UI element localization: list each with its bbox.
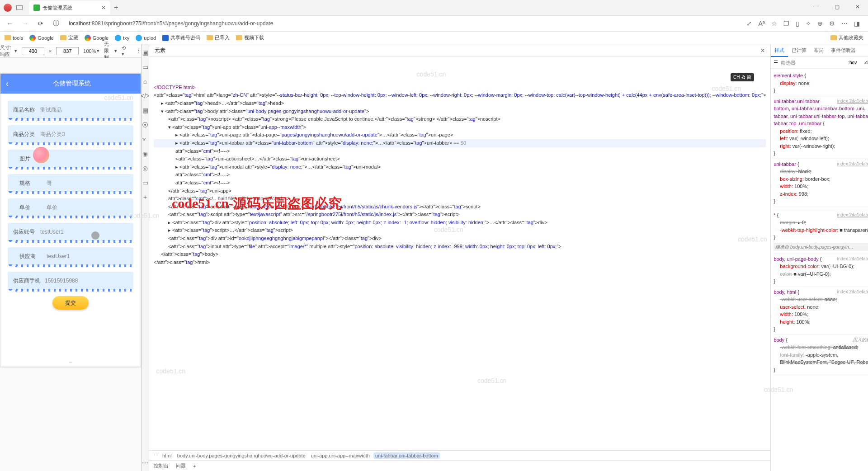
device-toggle-icon[interactable]: ▭ xyxy=(142,63,149,71)
bookmark-share[interactable]: 共享账号密码 xyxy=(162,34,200,41)
reader-icon[interactable]: ⤢ xyxy=(746,20,752,27)
sidebar-icon[interactable]: ◨ xyxy=(854,20,860,27)
bookmark-google[interactable]: Google xyxy=(29,35,53,41)
profile-avatar-icon[interactable] xyxy=(4,4,12,12)
performance-icon[interactable]: ᯤ xyxy=(142,136,149,143)
zoom-select[interactable]: 100% ▾ xyxy=(83,48,99,54)
memory-icon[interactable]: ◉ xyxy=(142,150,149,157)
bookmark-uplod[interactable]: uplod xyxy=(136,35,156,41)
field-image[interactable]: 图片 xyxy=(8,150,133,168)
elements-panel: 元素 ✕ code51.cn-源码乐园盗图必究 <!DOCTYPE html><… xyxy=(149,44,770,471)
drawer-tabs: 控制台 问题 + xyxy=(149,460,770,471)
filter-icon: ☰ xyxy=(774,60,778,66)
refresh-button[interactable]: ⟳ xyxy=(35,18,46,29)
url-bar: ← → ⟳ ⓘ localhost:8081/springbootr275i/f… xyxy=(0,16,868,32)
field-price[interactable]: 单价 xyxy=(8,198,133,217)
elements-tab-label[interactable]: 元素 xyxy=(155,47,165,54)
inspect-icon[interactable]: ▣ xyxy=(142,49,149,56)
bookmark-baozang[interactable]: 宝藏 xyxy=(60,34,78,41)
cls-toggle[interactable]: .cls xyxy=(862,59,868,66)
collections-icon[interactable]: ▯ xyxy=(796,20,799,27)
close-window-button[interactable]: ✕ xyxy=(847,0,868,14)
bookmarks-bar: tools Google 宝藏 Google txy uplod 共享账号密码 … xyxy=(0,32,868,44)
menu-icon[interactable]: ⋯ xyxy=(841,20,848,27)
add-drawer-tab[interactable]: + xyxy=(193,463,196,469)
console-icon[interactable]: </> xyxy=(142,92,149,99)
styles-body[interactable]: element.style {display: none;}index.2da1… xyxy=(771,69,868,471)
field-account[interactable]: 供应账号 testUser1 xyxy=(8,223,133,241)
crumb-item[interactable]: body.uni-body.pages-gongyingshanghuowu-a… xyxy=(175,452,307,459)
width-input[interactable] xyxy=(22,47,44,55)
security-icon[interactable]: ▭ xyxy=(142,179,149,186)
devtools-sidebar: ▣ ▭ ⌂ </> ▤ ⦿ ᯤ ◉ ◎ ▭ + ⋯ xyxy=(142,44,149,471)
bookmark-txy[interactable]: txy xyxy=(115,35,129,41)
sources-icon[interactable]: ▤ xyxy=(142,107,149,114)
tab-events[interactable]: 事件侦听器 xyxy=(827,47,859,54)
bookmark-google2[interactable]: Google xyxy=(85,35,108,41)
dots-icon[interactable]: ⋯ xyxy=(142,459,149,466)
address-field[interactable]: localhost:8081/springbootr275i/front/h5/… xyxy=(66,19,738,28)
responsive-more-icon[interactable]: ⋮ xyxy=(136,48,141,54)
forward-button[interactable]: → xyxy=(20,18,31,29)
tab-styles[interactable]: 样式 xyxy=(771,44,788,57)
field-supplier[interactable]: 供应商 testUser1 xyxy=(8,247,133,265)
site-info-icon[interactable]: ⓘ xyxy=(51,18,61,29)
crumb-item[interactable]: uni-app.uni-app--maxwidth xyxy=(309,452,372,459)
elements-icon[interactable]: ⌂ xyxy=(142,78,149,85)
bookmark-tools[interactable]: tools xyxy=(5,35,23,41)
crumb-dots-icon[interactable]: ⋯ xyxy=(154,452,159,458)
rotate-icon[interactable]: ⟲ ▾ xyxy=(122,45,127,57)
panel-close-icon[interactable]: ✕ xyxy=(760,47,765,54)
breadcrumb[interactable]: ⋯htmlbody.uni-body.pages-gongyingshanghu… xyxy=(149,450,770,460)
close-tab-icon[interactable]: ✕ xyxy=(101,5,106,11)
tab-computed[interactable]: 已计算 xyxy=(788,47,810,54)
dom-tree[interactable]: code51.cn-源码乐园盗图必究 <!DOCTYPE html><attr"… xyxy=(149,57,770,450)
downloads-icon[interactable]: ⊕ xyxy=(817,20,823,27)
field-phone[interactable]: 供应商手机 15915915988 xyxy=(8,272,133,290)
tab-title: 仓储管理系统 xyxy=(42,5,101,11)
device-select[interactable]: 尺寸:响应 ▾ xyxy=(0,44,17,58)
browser-tab[interactable]: 仓储管理系统 ✕ xyxy=(29,1,110,14)
minimize-button[interactable]: — xyxy=(806,0,826,14)
app-title: 仓储管理系统 xyxy=(9,80,135,88)
crumb-item[interactable]: uni-tabbar.uni-tabbar-bottom xyxy=(373,452,440,459)
new-tab-button[interactable]: + xyxy=(114,4,118,12)
titlebar: 仓储管理系统 ✕ + — ▢ ✕ xyxy=(0,0,868,16)
bookmark-imported[interactable]: 已导入 xyxy=(207,34,230,41)
styles-panel: 样式 已计算 布局 事件侦听器 › ☰ :hov .cls + ▦ elemen… xyxy=(770,44,868,471)
bookmark-video[interactable]: 视频下载 xyxy=(236,34,264,41)
tab-layout[interactable]: 布局 xyxy=(810,47,827,54)
height-input[interactable] xyxy=(56,47,79,55)
hov-toggle[interactable]: :hov xyxy=(846,59,859,66)
puzzle-icon[interactable]: ❐ xyxy=(783,20,789,27)
responsive-toolbar: 尺寸:响应 ▾ × 100% ▾ 无限制 ▾ ⟲ ▾ ⋮ xyxy=(0,44,141,58)
app-header: ‹ 仓储管理系统 xyxy=(0,74,141,94)
back-button[interactable]: ← xyxy=(5,18,15,29)
issues-tab[interactable]: 问题 xyxy=(176,462,186,469)
field-product-name[interactable]: 商品名称 测试商品 xyxy=(8,101,133,119)
submit-button[interactable]: 提交 xyxy=(52,296,89,310)
filter-input[interactable] xyxy=(781,60,843,66)
favicon-icon xyxy=(33,5,40,11)
favorites-icon[interactable]: ✧ xyxy=(806,20,811,27)
workspace-icon[interactable] xyxy=(16,5,23,10)
drag-handle[interactable]: ═ xyxy=(0,358,141,367)
field-spec[interactable]: 规格 哥 xyxy=(8,174,133,192)
app-icon[interactable]: ⚙ xyxy=(829,20,835,27)
touch-cursor-icon xyxy=(91,231,99,240)
device-frame: ‹ 仓储管理系统 商品名称 测试商品 商品分类 商品分类3 图片 xyxy=(0,73,141,367)
other-bookmarks[interactable]: 其他收藏夹 xyxy=(830,34,863,41)
field-category[interactable]: 商品分类 商品分类3 xyxy=(8,125,133,143)
maximize-button[interactable]: ▢ xyxy=(826,0,847,14)
more-icon[interactable]: + xyxy=(142,193,149,201)
star-icon[interactable]: ☆ xyxy=(771,20,777,27)
application-icon[interactable]: ◎ xyxy=(142,165,149,172)
crumb-item[interactable]: html xyxy=(160,452,174,459)
ime-badge: CH 🎝 简 xyxy=(731,73,754,81)
console-tab[interactable]: 控制台 xyxy=(154,462,169,469)
network-icon[interactable]: ⦿ xyxy=(142,121,149,128)
text-a-icon[interactable]: Aª xyxy=(758,20,765,27)
product-image-icon[interactable] xyxy=(33,147,49,163)
price-input[interactable] xyxy=(47,204,128,211)
